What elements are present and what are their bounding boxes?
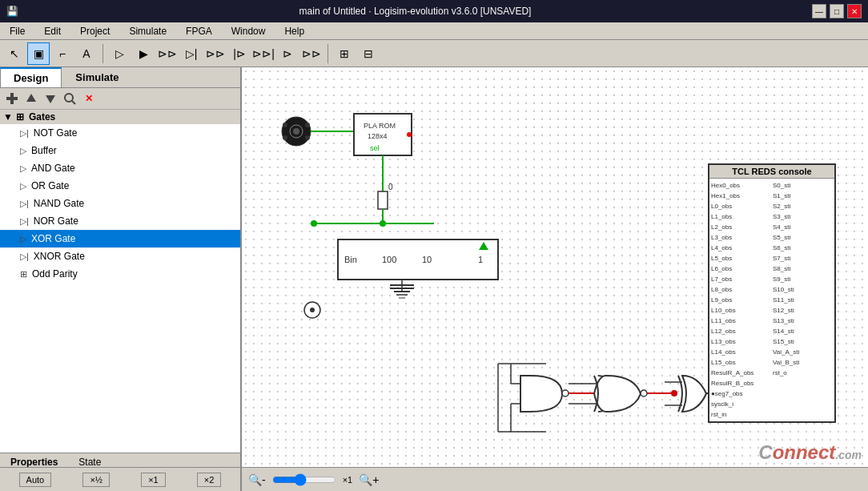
tcl-right-col: S0_sti S1_sti S2_sti S3_sti S4_sti S5_st… [773, 180, 833, 420]
tree-item-odd-parity[interactable]: ⊞ Odd Parity [0, 265, 240, 283]
add-circuit-btn[interactable]: ⊞ [333, 42, 356, 65]
auto-zoom-btn[interactable]: Auto [19, 473, 52, 487]
svg-point-4 [65, 94, 73, 102]
svg-text:Bin: Bin [344, 255, 357, 264]
add-component-btn[interactable] [3, 90, 21, 107]
run-btn[interactable]: ⊳ [276, 42, 299, 65]
title-icon: 💾 [6, 6, 18, 17]
half-zoom-btn[interactable]: ×½ [82, 473, 110, 487]
menu-project[interactable]: Project [74, 24, 116, 38]
svg-rect-21 [378, 191, 388, 209]
tab-design[interactable]: Design [0, 67, 62, 87]
tick2-btn[interactable]: ⊳⊳| [252, 42, 275, 65]
left-bottom-bar: Auto ×½ ×1 ×2 [0, 467, 242, 491]
bottom-bar: 🔍- ×1 🔍+ [242, 467, 868, 491]
svg-text:10: 10 [422, 255, 432, 264]
search-component-btn[interactable] [61, 90, 78, 107]
close-button[interactable]: ✕ [847, 4, 862, 18]
step-fwd-btn[interactable]: ▶ [132, 42, 155, 65]
bend-tool[interactable]: ⌐ [51, 42, 74, 65]
or-gate-icon: ▷ [20, 181, 26, 191]
tree-item-xor-gate[interactable]: ▷ XOR Gate [0, 230, 240, 248]
toolbar: ↖ ▣ ⌐ A ▷ ▶ ⊳⊳ ▷| ⊳⊳ |⊳ ⊳⊳| ⊳ ⊳⊳ ⊞ ⊟ [0, 40, 868, 67]
component-toolbar: ✕ [0, 88, 240, 110]
gates-label: Gates [29, 111, 55, 123]
tree-item-buffer[interactable]: ▷ Buffer [0, 142, 240, 159]
zoom-in-btn[interactable]: 🔍+ [359, 473, 379, 486]
component-tree: ▼ ⊞ Gates ▷| NOT Gate ▷ Buffer ▷ AND Gat… [0, 110, 240, 453]
zoom-slider[interactable] [272, 473, 336, 486]
menu-fpga[interactable]: FPGA [179, 24, 219, 38]
gates-group[interactable]: ▼ ⊞ Gates [0, 110, 240, 124]
svg-text:0: 0 [388, 183, 393, 191]
svg-point-40 [310, 308, 315, 312]
svg-point-49 [671, 390, 677, 396]
select-tool[interactable]: ▣ [27, 42, 50, 65]
tree-item-nor-gate[interactable]: ▷| NOR Gate [0, 212, 240, 230]
tcl-left-col: Hex0_obs Hex1_obs L0_obs L1_obs L2_obs L… [711, 180, 771, 420]
nand-gate-icon: ▷| [20, 199, 29, 209]
canvas-area[interactable]: PLA ROM 128x4 sel 0 Bin 100 10 1 [242, 67, 868, 491]
zoom-level-label: ×1 [343, 475, 353, 485]
tab-simulate[interactable]: Simulate [62, 67, 132, 87]
tree-item-nand-gate[interactable]: ▷| NAND Gate [0, 195, 240, 212]
and-gate-icon: ▷ [20, 163, 26, 174]
buffer-icon: ▷ [20, 146, 26, 156]
tree-item-not-gate[interactable]: ▷| NOT Gate [0, 124, 240, 142]
menu-window[interactable]: Window [225, 24, 272, 38]
step-one-btn[interactable]: ▷| [180, 42, 203, 65]
menu-simulate[interactable]: Simulate [123, 24, 173, 38]
gates-icon: ⊞ [16, 111, 24, 123]
svg-point-9 [283, 123, 287, 127]
tcl-console-content: Hex0_obs Hex1_obs L0_obs L1_obs L2_obs L… [709, 179, 834, 421]
design-simulate-tabs: Design Simulate [0, 67, 240, 88]
zoom-out-btn[interactable]: 🔍- [248, 473, 266, 486]
tree-item-xnor-gate[interactable]: ▷| XNOR Gate [0, 248, 240, 265]
svg-rect-1 [10, 93, 14, 104]
nor-gate-icon: ▷| [20, 216, 29, 227]
menu-file[interactable]: File [3, 24, 31, 38]
gates-arrow: ▼ [3, 111, 13, 123]
svg-point-25 [380, 220, 386, 227]
move-down-btn[interactable] [42, 90, 59, 107]
tree-item-or-gate[interactable]: ▷ OR Gate [0, 177, 240, 195]
svg-marker-3 [46, 95, 55, 103]
remove-component-btn[interactable]: ✕ [80, 90, 98, 107]
svg-rect-27 [338, 239, 498, 280]
cursor-tool[interactable]: ↖ [3, 42, 26, 65]
svg-text:100: 100 [382, 255, 396, 264]
two-zoom-btn[interactable]: ×2 [197, 473, 222, 487]
svg-point-10 [305, 123, 310, 127]
svg-point-18 [407, 132, 412, 137]
main-area: Design Simulate ✕ ▼ ⊞ Gates [0, 67, 868, 491]
step-half-btn[interactable]: ⊳⊳ [204, 42, 227, 65]
svg-text:128x4: 128x4 [368, 132, 388, 140]
tree-item-and-gate[interactable]: ▷ AND Gate [0, 159, 240, 177]
remove-circuit-btn[interactable]: ⊟ [357, 42, 380, 65]
xnor-gate-icon: ▷| [20, 252, 29, 262]
tcl-console-title: TCL REDS console [709, 165, 834, 179]
move-up-btn[interactable] [22, 90, 40, 107]
maximize-button[interactable]: □ [830, 4, 844, 18]
svg-point-47 [641, 390, 647, 396]
svg-point-11 [283, 135, 287, 140]
svg-point-8 [293, 128, 299, 135]
titlebar: 💾 main of Untitled · Logisim-evolution v… [0, 0, 868, 22]
text-tool[interactable]: A [75, 42, 98, 65]
svg-marker-2 [26, 94, 36, 102]
step-back-btn[interactable]: ▷ [108, 42, 131, 65]
svg-point-26 [311, 220, 317, 227]
minimize-button[interactable]: — [812, 4, 826, 18]
menu-edit[interactable]: Edit [38, 24, 67, 38]
fast-fwd-btn[interactable]: ⊳⊳ [156, 42, 179, 65]
tcl-console[interactable]: TCL REDS console Hex0_obs Hex1_obs L0_ob… [708, 163, 836, 423]
branding: Connect.com [758, 441, 862, 464]
run2-btn[interactable]: ⊳⊳ [300, 42, 323, 65]
svg-point-43 [562, 390, 569, 396]
window-title: main of Untitled · Logisim-evolution v3.… [18, 6, 812, 17]
menubar: FileEditProjectSimulateFPGAWindowHelp [0, 22, 868, 40]
left-panel: Design Simulate ✕ ▼ ⊞ Gates [0, 67, 242, 491]
one-zoom-btn[interactable]: ×1 [141, 473, 166, 487]
menu-help[interactable]: Help [278, 24, 311, 38]
tick-btn[interactable]: |⊳ [228, 42, 251, 65]
